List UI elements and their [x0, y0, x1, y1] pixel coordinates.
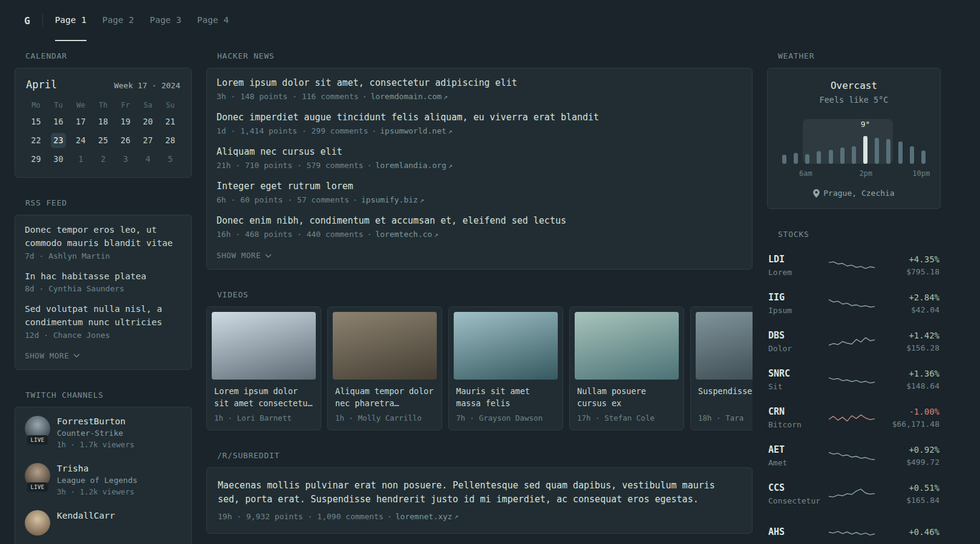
rss-item-title[interactable]: Sed volutpat nulla nisl, a condimentum n… — [25, 303, 181, 329]
stock-change: -1.00% — [879, 407, 939, 416]
hn-domain-link[interactable]: loremlandia.org ↗ — [375, 161, 452, 170]
external-link-icon: ↗ — [420, 196, 424, 204]
live-badge: LIVE — [27, 435, 48, 445]
rss-card: Donec tempor eros leo, ut commodo mauris… — [15, 215, 192, 370]
channel-viewers: 1h · 1.7k viewers — [57, 440, 134, 449]
hn-item-title[interactable]: Donec enim nibh, condimentum et accumsan… — [217, 215, 742, 227]
stock-symbol[interactable]: CRN — [768, 406, 824, 417]
subreddit-widget-title: /R/SUBREDDIT — [217, 451, 753, 460]
videos-row: Lorem ipsum dolor sit amet consectetu… 1… — [206, 306, 753, 430]
tab-page-1[interactable]: Page 1 — [55, 0, 87, 41]
stock-row[interactable]: CRN Bitcorn -1.00% $66,171.48 — [768, 398, 939, 436]
video-thumbnail[interactable] — [454, 312, 558, 380]
video-card[interactable]: Suspendisse diam 18h · Tara — [690, 306, 753, 430]
meta-separator: · — [367, 161, 372, 170]
video-thumbnail[interactable] — [212, 312, 316, 380]
channel-name[interactable]: ForrestBurton — [57, 416, 134, 426]
hn-domain-link[interactable]: loremdomain.com ↗ — [371, 92, 448, 101]
video-title[interactable]: Nullam posuere cursus ex — [577, 386, 676, 410]
weather-condition: Overcast — [777, 80, 930, 91]
video-title[interactable]: Mauris sit amet massa felis — [456, 386, 555, 410]
stock-row[interactable]: DBS Dolor +1.42% $156.28 — [768, 322, 939, 360]
stock-row[interactable]: AHS +0.46% — [768, 513, 939, 544]
hn-domain-link[interactable]: ipsumify.biz ↗ — [361, 195, 424, 204]
meta-separator: · — [371, 126, 376, 135]
reddit-domain-link[interactable]: loremnet.xyz ↗ — [396, 512, 459, 521]
twitch-channel-row[interactable]: LIVE ForrestBurton Counter-Strike 1h · 1… — [25, 416, 181, 449]
hn-domain-link[interactable]: ipsumworld.net ↗ — [380, 126, 452, 135]
video-title[interactable]: Aliquam tempor dolor nec pharetra… — [335, 386, 434, 410]
channel-name[interactable]: Trisha — [57, 464, 137, 473]
rss-show-more-button[interactable]: SHOW MORE — [25, 349, 80, 361]
reddit-domain: loremnet.xyz — [396, 512, 452, 521]
stock-symbol[interactable]: IIG — [768, 292, 824, 303]
rss-widget-title: RSS FEED — [25, 198, 192, 207]
video-thumbnail[interactable] — [333, 312, 437, 380]
stock-left: LDI Lorem — [768, 254, 824, 277]
chevron-down-icon — [73, 354, 80, 358]
middle-column: HACKER NEWS Lorem ipsum dolor sit amet, … — [206, 51, 753, 534]
stock-sparkline — [829, 485, 875, 503]
hn-meta-text: 3h · 148 points · 116 comments — [217, 92, 359, 101]
stock-symbol[interactable]: AET — [768, 444, 824, 455]
reddit-post-meta: 19h · 9,932 points · 1,090 comments · lo… — [218, 512, 741, 521]
weather-bar-chart: 9° — [780, 119, 928, 164]
rss-item-title[interactable]: In hac habitasse platea — [25, 270, 181, 283]
twitch-channel-row[interactable]: KendallCarr — [25, 510, 181, 536]
stock-symbol[interactable]: DBS — [768, 330, 824, 341]
video-card[interactable]: Nullam posuere cursus ex 17h · Stefan Co… — [569, 306, 684, 430]
twitch-channel-row[interactable]: LIVE Trisha League of Legends 3h · 1.2k … — [25, 463, 181, 496]
external-link-icon: ↗ — [454, 512, 459, 520]
calendar-month: April — [26, 79, 57, 91]
calendar-grid: 15 16 17 18 19 20 21 22 23 24 25 26 27 2… — [25, 112, 181, 169]
calendar-day-selected: 23 — [51, 133, 66, 148]
hn-show-more-button[interactable]: SHOW MORE — [217, 249, 272, 261]
hn-item-title[interactable]: Lorem ipsum dolor sit amet, consectetur … — [217, 77, 742, 89]
video-thumbnail[interactable] — [696, 312, 753, 380]
stock-symbol[interactable]: CCS — [768, 482, 824, 493]
calendar-day-next-month: 1 — [70, 150, 92, 169]
weather-location-text: Prague, Czechia — [823, 189, 894, 198]
video-card[interactable]: Lorem ipsum dolor sit amet consectetu… 1… — [206, 306, 321, 430]
stock-row[interactable]: IIG Ipsum +2.84% $42.04 — [768, 284, 939, 322]
video-thumbnail[interactable] — [575, 312, 679, 380]
stock-row[interactable]: AET Amet +0.92% $499.72 — [768, 436, 939, 474]
hn-item-title[interactable]: Aliquam nec cursus elit — [217, 146, 742, 158]
stock-symbol[interactable]: SNRC — [768, 368, 824, 379]
hn-item-title[interactable]: Integer eget rutrum lorem — [217, 180, 742, 193]
rss-widget: RSS FEED Donec tempor eros leo, ut commo… — [15, 198, 192, 370]
video-card[interactable]: Mauris sit amet massa felis 7h · Grayson… — [448, 306, 563, 430]
channel-game: Counter-Strike — [57, 429, 134, 438]
weather-location: Prague, Czechia — [777, 189, 930, 198]
channel-avatar[interactable] — [25, 510, 50, 536]
stock-change: +0.92% — [879, 445, 939, 455]
hacker-news-widget: HACKER NEWS Lorem ipsum dolor sit amet, … — [206, 51, 753, 270]
stock-left: SNRC Sit — [768, 368, 824, 391]
calendar-day: 27 — [137, 131, 159, 150]
video-title[interactable]: Suspendisse diam — [698, 386, 753, 410]
stock-symbol[interactable]: AHS — [768, 526, 824, 537]
stock-name: Lorem — [768, 268, 824, 277]
stock-name: Bitcorn — [768, 420, 824, 429]
video-meta: 1h · Lori Barnett — [214, 413, 313, 423]
video-title[interactable]: Lorem ipsum dolor sit amet consectetu… — [214, 386, 313, 410]
stock-symbol[interactable]: LDI — [768, 254, 824, 265]
hn-item-title[interactable]: Donec imperdiet augue tincidunt felis al… — [217, 111, 742, 124]
reddit-post-title[interactable]: Maecenas mollis pulvinar erat non posuer… — [218, 479, 741, 507]
avatar-wrap: LIVE — [25, 463, 50, 488]
stock-row[interactable]: LDI Lorem +4.35% $795.18 — [768, 246, 939, 284]
tab-page-3[interactable]: Page 3 — [149, 0, 181, 41]
avatar-wrap: LIVE — [25, 416, 50, 441]
rss-item-title[interactable]: Donec tempor eros leo, ut commodo mauris… — [25, 224, 181, 250]
tab-page-2[interactable]: Page 2 — [102, 0, 134, 41]
rss-item-meta: 12d · Chance Jones — [25, 331, 181, 340]
channel-name[interactable]: KendallCarr — [57, 511, 115, 520]
hn-domain-link[interactable]: loremtech.co ↗ — [375, 230, 438, 239]
video-card[interactable]: Aliquam tempor dolor nec pharetra… 1h · … — [327, 306, 442, 430]
stock-row[interactable]: SNRC Sit +1.36% $148.64 — [768, 360, 939, 398]
channel-viewers: 3h · 1.2k viewers — [57, 487, 137, 496]
app-logo[interactable]: G — [24, 15, 30, 27]
stock-name: Amet — [768, 458, 824, 467]
stock-row[interactable]: CCS Consectetur +0.51% $165.84 — [768, 474, 939, 513]
tab-page-4[interactable]: Page 4 — [197, 0, 229, 41]
